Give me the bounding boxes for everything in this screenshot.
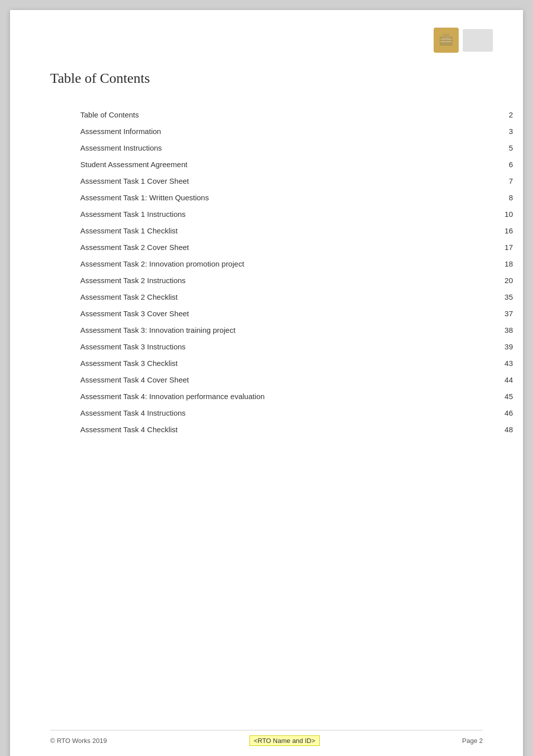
toc-label: Assessment Task 1 Checklist	[80, 226, 488, 235]
toc-page-number: 48	[498, 425, 513, 434]
toc-page-number: 35	[498, 293, 513, 301]
toc-page-number: 45	[498, 392, 513, 401]
toc-row: Assessment Task 2 Instructions20	[80, 272, 513, 289]
toc-row: Student Assessment Agreement6	[80, 156, 513, 173]
svg-rect-3	[441, 41, 452, 42]
logo-icon	[434, 28, 459, 53]
toc-row: Assessment Task 4: Innovation performanc…	[80, 388, 513, 405]
toc-row: Assessment Instructions5	[80, 140, 513, 156]
toc-row: Assessment Task 1 Checklist16	[80, 222, 513, 239]
toc-row: Assessment Task 2: Innovation promotion …	[80, 256, 513, 272]
toc-label: Assessment Task 2 Instructions	[80, 276, 488, 285]
toc-label: Assessment Task 2 Checklist	[80, 293, 488, 301]
toc-label: Assessment Task 4: Innovation performanc…	[80, 392, 488, 401]
toc-label: Assessment Task 2 Cover Sheet	[80, 243, 488, 251]
toc-row: Assessment Task 1 Cover Sheet7	[80, 173, 513, 189]
toc-label: Assessment Task 1 Cover Sheet	[80, 177, 488, 185]
toc-page-number: 2	[498, 110, 513, 119]
toc-row: Assessment Task 3: Innovation training p…	[80, 322, 513, 338]
toc-row: Assessment Task 4 Instructions46	[80, 405, 513, 421]
toc-row: Assessment Task 2 Cover Sheet17	[80, 239, 513, 256]
page-title: Table of Contents	[50, 70, 483, 86]
toc-page-number: 17	[498, 243, 513, 251]
toc-label: Table of Contents	[80, 110, 488, 119]
toc-row: Assessment Information3	[80, 123, 513, 140]
footer-copyright: © RTO Works 2019	[50, 737, 107, 744]
toc-label: Assessment Task 4 Checklist	[80, 425, 488, 434]
footer: © RTO Works 2019 <RTO Name and ID> Page …	[50, 730, 483, 746]
toc-page-number: 44	[498, 375, 513, 384]
toc-row: Assessment Task 3 Cover Sheet37	[80, 305, 513, 322]
header-logo	[433, 25, 493, 55]
logo-text	[463, 29, 493, 52]
document-page: Table of Contents Table of Contents2Asse…	[10, 10, 523, 756]
toc-page-number: 16	[498, 226, 513, 235]
footer-rto-name: <RTO Name and ID>	[249, 735, 320, 746]
toc-label: Assessment Task 3 Instructions	[80, 342, 488, 351]
toc-page-number: 20	[498, 276, 513, 285]
toc-page-number: 5	[498, 144, 513, 152]
toc-page-number: 3	[498, 127, 513, 136]
toc-label: Assessment Task 2: Innovation promotion …	[80, 260, 488, 268]
toc-page-number: 18	[498, 260, 513, 268]
toc-page-number: 10	[498, 210, 513, 218]
toc-page-number: 6	[498, 160, 513, 169]
toc-row: Assessment Task 2 Checklist35	[80, 289, 513, 305]
toc-label: Assessment Task 1: Written Questions	[80, 193, 488, 202]
toc-label: Assessment Task 4 Cover Sheet	[80, 375, 488, 384]
toc-page-number: 43	[498, 359, 513, 367]
toc-label: Assessment Task 3 Cover Sheet	[80, 309, 488, 318]
toc-row: Assessment Task 4 Checklist48	[80, 421, 513, 438]
toc-label: Assessment Task 3 Checklist	[80, 359, 488, 367]
svg-rect-1	[443, 34, 450, 39]
toc-page-number: 7	[498, 177, 513, 185]
footer-page: Page 2	[462, 737, 483, 744]
toc-label: Assessment Task 4 Instructions	[80, 409, 488, 417]
toc-page-number: 46	[498, 409, 513, 417]
toc-row: Table of Contents2	[80, 106, 513, 123]
toc-label: Assessment Task 1 Instructions	[80, 210, 488, 218]
toc-row: Assessment Task 4 Cover Sheet44	[80, 371, 513, 388]
toc-page-number: 37	[498, 309, 513, 318]
toc-table: Table of Contents2Assessment Information…	[80, 106, 513, 438]
toc-page-number: 39	[498, 342, 513, 351]
svg-rect-2	[441, 39, 452, 40]
toc-row: Assessment Task 3 Instructions39	[80, 338, 513, 355]
toc-page-number: 8	[498, 193, 513, 202]
toc-label: Assessment Information	[80, 127, 488, 136]
toc-label: Assessment Instructions	[80, 144, 488, 152]
toc-page-number: 38	[498, 326, 513, 334]
toc-label: Student Assessment Agreement	[80, 160, 488, 169]
toc-row: Assessment Task 1: Written Questions8	[80, 189, 513, 206]
toc-row: Assessment Task 1 Instructions10	[80, 206, 513, 222]
toc-label: Assessment Task 3: Innovation training p…	[80, 326, 488, 334]
toc-row: Assessment Task 3 Checklist43	[80, 355, 513, 371]
